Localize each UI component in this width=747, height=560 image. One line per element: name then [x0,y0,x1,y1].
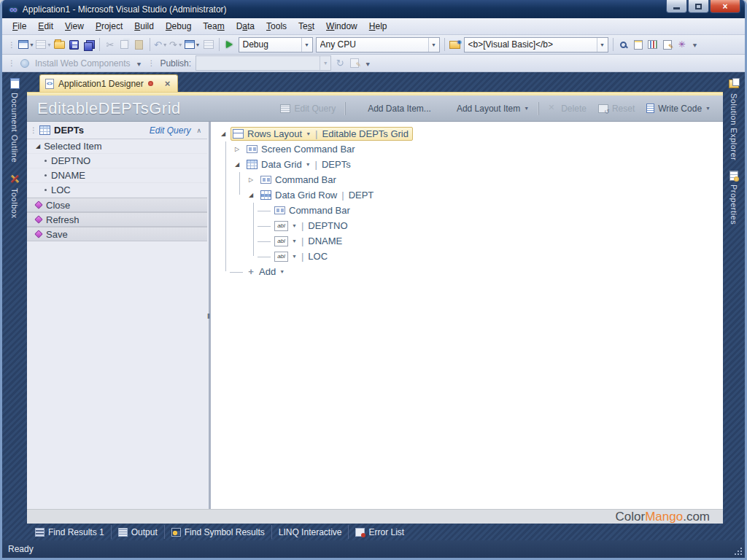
tab-close-icon[interactable]: × [165,79,171,88]
document-tab[interactable]: <> Application1 Designer × [39,74,178,92]
edit-query-link[interactable]: Edit Query [150,125,191,136]
dropdown-caret-icon[interactable]: ▼ [292,254,297,259]
solution-configurations-combo[interactable]: Debug▼ [239,37,313,52]
side-tab-solution-explorer[interactable]: Solution Explorer [729,78,739,160]
bottom-tab-error-list[interactable]: Error List [349,525,411,539]
tree-node-body[interactable]: Screen Command Bar [244,142,360,156]
menu-item-file[interactable]: File [7,19,32,34]
open-file-button[interactable] [53,36,67,52]
expander-expanded-icon[interactable]: ◢ [36,144,40,149]
tree-node-command-bar[interactable]: Command Bar [263,203,723,218]
data-member-save[interactable]: Save [27,227,207,241]
side-tab-toolbox[interactable]: Toolbox [9,173,20,218]
toolbar-overflow-button[interactable]: ‗▼ [692,41,698,48]
menu-item-build[interactable]: Build [128,19,160,34]
data-member-selected-item[interactable]: ◢Selected Item [27,139,207,154]
add-data-item-button[interactable]: Add Data Item... [349,101,436,116]
data-member-close[interactable]: Close [27,198,207,212]
menu-item-edit[interactable]: Edit [32,19,59,34]
collapse-chevron-icon[interactable]: ∧ [196,127,201,134]
customize-tools-button[interactable]: ✳ [675,36,689,52]
tree-node-add[interactable]: +Add▼ [235,264,723,279]
menu-item-tools[interactable]: Tools [260,19,293,34]
tree-node-body[interactable]: abl▼|DEPTNO [272,219,352,233]
resize-grip[interactable] [734,547,743,556]
add-layout-item-button[interactable]: Add Layout Item▼ [438,101,534,116]
menu-item-data[interactable]: Data [231,19,260,34]
expander-collapsed-icon[interactable]: ▷ [235,146,244,152]
browse-web-button[interactable] [448,36,462,52]
tree-node-body[interactable]: Data Grid▼|DEPTs [244,158,355,171]
tree-node-loc[interactable]: abl▼|LOC [263,249,723,264]
install-web-components-label[interactable]: Install Web Components [35,58,131,69]
bottom-tab-find-symbol-results[interactable]: Find Symbol Results [165,525,272,539]
close-button[interactable]: × [710,0,740,13]
menu-item-window[interactable]: Window [320,19,363,34]
dropdown-caret-icon[interactable]: ▼ [292,223,297,228]
expander-expanded-icon[interactable]: ◢ [249,192,258,198]
install-web-components-button[interactable] [18,55,32,71]
tree-node-body[interactable]: +Add▼ [244,265,289,279]
tree-node-deptno[interactable]: abl▼|DEPTNO [263,218,723,233]
start-debug-button[interactable] [222,36,237,52]
window-layout-button[interactable] [201,36,216,52]
menu-item-team[interactable]: Team [197,19,230,34]
tree-node-body[interactable]: Command Bar [272,203,355,217]
tree-node-body[interactable]: Command Bar [258,173,341,187]
expander-expanded-icon[interactable]: ◢ [221,131,231,137]
data-member-loc[interactable]: LOC [27,183,207,198]
solution-platforms-combo[interactable]: Any CPU▼ [316,37,440,52]
menu-item-help[interactable]: Help [363,19,393,34]
dropdown-caret-icon[interactable]: ▼ [292,238,297,244]
save-all-button[interactable] [82,36,96,52]
data-chart-button[interactable] [646,36,660,52]
dropdown-caret-icon[interactable]: ▼ [306,162,311,167]
data-member-dname[interactable]: DNAME [27,168,207,183]
tree-node-body[interactable]: Rows Layout▼|Editable DEPTs Grid [231,127,413,141]
tree-node-rows-layout-editable-depts-grid[interactable]: ◢Rows Layout▼|Editable DEPTs Grid [221,126,723,141]
publish-combo[interactable]: ▼ [196,55,331,71]
redo-button[interactable]: ↷▼ [169,36,184,52]
maximize-button[interactable] [688,0,709,13]
bottom-tab-find-results-1[interactable]: Find Results 1 [28,525,112,539]
add-item-button[interactable]: ▼ [35,36,53,52]
publish-settings-button[interactable] [347,55,362,71]
expander-expanded-icon[interactable]: ◢ [235,161,244,168]
save-button[interactable] [67,36,82,52]
tree-node-screen-command-bar[interactable]: ▷Screen Command Bar [235,141,723,157]
data-member-deptno[interactable]: DEPTNO [27,154,207,168]
bottom-tab-output[interactable]: Output [112,525,165,539]
tree-node-body[interactable]: Data Grid Row|DEPT [258,188,378,202]
new-project-button[interactable]: ▼ [18,36,35,52]
side-tab-properties[interactable]: Properties [729,171,738,225]
write-code-button[interactable]: Write Code▼ [641,101,716,116]
data-member-refresh[interactable]: Refresh [27,212,207,227]
tree-node-data-grid-row-dept[interactable]: ◢Data Grid Row|DEPT [249,187,723,203]
edit-page-button[interactable] [660,36,675,52]
tree-node-command-bar[interactable]: ▷Command Bar [249,172,723,187]
comment-button[interactable] [631,36,646,52]
toolbar-grip-2[interactable]: ⋮ [8,59,15,67]
toolbar2-overflow-button[interactable]: ‗▼ [136,60,142,67]
undo-button[interactable]: ↶▼ [153,36,169,52]
menu-item-project[interactable]: Project [90,19,128,34]
dropdown-caret-icon[interactable]: ▼ [279,269,285,274]
panel-grip[interactable]: ⋮ [30,126,36,134]
paste-button[interactable] [132,36,147,52]
tree-node-body[interactable]: abl▼|LOC [272,249,332,263]
expander-collapsed-icon[interactable]: ▷ [249,176,258,183]
toolbar-grip-3[interactable]: ⋮ [147,59,154,67]
side-tab-document-outline[interactable]: Document Outline [10,78,20,163]
copy-button[interactable] [117,36,132,52]
menu-item-debug[interactable]: Debug [160,19,197,34]
minimize-button[interactable] [666,0,687,13]
tree-node-body[interactable]: abl▼|DNAME [272,234,347,248]
panel-splitter[interactable]: ‖ [207,122,212,509]
menu-item-test[interactable]: Test [293,19,320,34]
tree-node-data-grid-depts[interactable]: ◢Data Grid▼|DEPTs [235,157,723,172]
tree-node-dname[interactable]: abl▼|DNAME [263,233,723,249]
menu-item-view[interactable]: View [59,19,90,34]
publish-sync-button[interactable]: ↻ [333,55,347,71]
toolbar3-overflow-button[interactable]: ‗▼ [365,60,371,67]
toolbar-grip[interactable]: ⋮ [8,41,15,49]
